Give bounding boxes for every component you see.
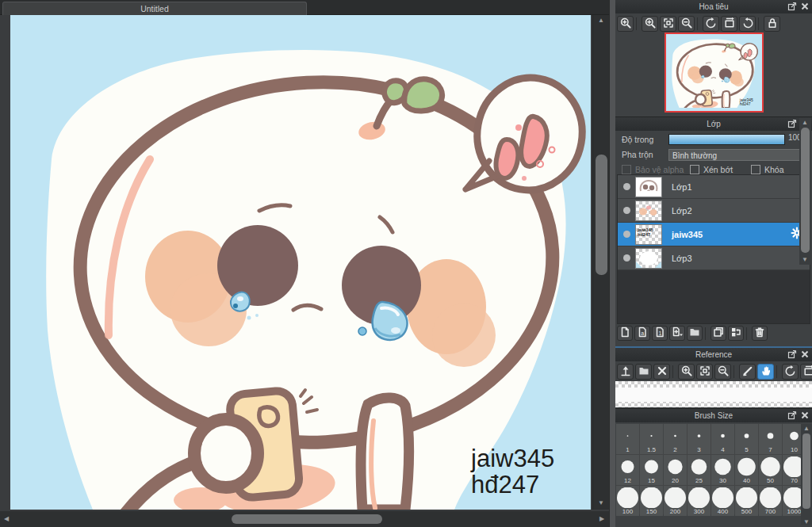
brush-size-cell[interactable]: 30 (711, 455, 734, 485)
layer-convert-button[interactable]: 1 (652, 326, 668, 341)
popout-icon[interactable] (787, 2, 797, 11)
layer-scroll-thumb[interactable] (801, 128, 810, 253)
brush-size-cell[interactable]: 1.5 (640, 424, 663, 454)
close-icon[interactable] (800, 2, 810, 11)
rotate-left-button[interactable] (782, 364, 799, 380)
open-folder-button[interactable] (635, 364, 652, 380)
layer-visibility-dot[interactable] (623, 231, 630, 238)
brush-size-cell[interactable]: 50 (759, 455, 782, 485)
layer-row-Lớp3[interactable]: Lớp3 (618, 246, 810, 270)
layer-delete-button[interactable] (752, 326, 768, 341)
zoom-out-button[interactable] (678, 16, 695, 32)
blend-label: Pha trộn (622, 150, 653, 159)
brush-size-cell[interactable]: 300 (688, 486, 710, 516)
rotate-reset-icon (802, 365, 812, 380)
navigator-panel-title[interactable]: Hoa tiêu (615, 0, 812, 13)
navigator-preview[interactable] (665, 32, 764, 113)
lock-button[interactable] (764, 16, 780, 32)
canvas-vertical-scrollbar[interactable]: ▲ ▼ (592, 15, 610, 510)
scroll-left-arrow-icon[interactable]: ◀ (1, 514, 12, 524)
layer-copy-button[interactable]: a (634, 326, 650, 341)
brush-size-cell[interactable]: 3 (688, 424, 710, 454)
layers-panel-title[interactable]: Lớp (615, 117, 812, 131)
checkbox-xén-bớt[interactable]: Xén bớt (690, 165, 751, 174)
canvas-viewport[interactable]: jaiw345 hđ247 (10, 15, 591, 510)
zoom-out-button[interactable] (714, 364, 731, 380)
brush-size-cell[interactable]: 100 (616, 486, 639, 516)
close-icon[interactable] (800, 411, 810, 420)
close-icon[interactable] (800, 349, 810, 359)
brush-scroll-thumb[interactable] (802, 433, 810, 509)
brush-size-cell[interactable]: 700 (759, 486, 782, 516)
layer-material-button[interactable] (728, 326, 744, 341)
zoom-fit-button[interactable] (660, 16, 676, 32)
checkbox-box[interactable] (690, 165, 699, 174)
brush-size-cell[interactable]: 20 (664, 455, 687, 485)
brush-size-cell[interactable]: 1 (616, 424, 639, 454)
zoom-in-button[interactable] (642, 16, 658, 32)
zoom-fit-button[interactable] (696, 364, 713, 380)
zoom-in-button[interactable] (678, 364, 695, 380)
scroll-down-arrow-icon[interactable]: ▼ (801, 517, 812, 527)
checkbox-box[interactable] (751, 165, 760, 174)
brush-size-cell[interactable]: 2 (664, 424, 687, 454)
brush-size-cell[interactable]: 12 (616, 455, 639, 485)
folder-new-icon (688, 326, 701, 341)
layer-add-button[interactable] (669, 326, 685, 341)
scroll-up-arrow-icon[interactable]: ▲ (799, 118, 810, 128)
reference-panel-title[interactable]: Reference (615, 348, 812, 361)
folder-new-button[interactable] (687, 326, 703, 341)
opacity-slider[interactable] (668, 134, 785, 145)
layer-row-Lớp1[interactable]: Lớp1 (618, 175, 810, 199)
hand-button[interactable] (757, 364, 774, 380)
scroll-down-arrow-icon[interactable]: ▼ (799, 255, 810, 265)
brush-size-cell[interactable]: 150 (640, 486, 663, 516)
brush-size-cell[interactable]: 5 (735, 424, 758, 454)
canvas-horizontal-scrollbar[interactable]: ◀ ▶ (0, 511, 609, 527)
layer-visibility-dot[interactable] (623, 254, 630, 262)
layer-visibility-dot[interactable] (623, 183, 630, 190)
brush-size-cell[interactable]: 400 (711, 486, 734, 516)
scroll-down-arrow-icon[interactable]: ▼ (596, 498, 607, 508)
rotate-reset-button[interactable] (721, 16, 737, 32)
import-button[interactable] (617, 364, 634, 380)
scroll-right-arrow-icon[interactable]: ▶ (596, 514, 607, 524)
brush-size-panel-title[interactable]: Brush Size (615, 409, 812, 422)
brush-size-label: 50 (759, 477, 782, 484)
scroll-up-arrow-icon[interactable]: ▲ (801, 424, 812, 433)
brush-size-cell[interactable]: 200 (664, 486, 687, 516)
layer-duplicate-button[interactable] (710, 326, 726, 341)
reference-image-area[interactable] (615, 381, 812, 407)
layer-new-button[interactable] (617, 326, 633, 341)
rotate-left-button[interactable] (703, 16, 719, 32)
layer-row-jaiw345[interactable]: jaiw345hd247jaiw345 (618, 223, 810, 246)
brush-size-cell[interactable]: 500 (735, 486, 758, 516)
toolbar-separator (746, 327, 749, 340)
scroll-up-arrow-icon[interactable]: ▲ (596, 16, 607, 25)
brush-size-cell[interactable]: 25 (688, 455, 710, 485)
popout-icon[interactable] (787, 349, 797, 359)
popout-icon[interactable] (787, 411, 797, 420)
rotate-reset-button[interactable] (800, 364, 812, 380)
checkbox-khóa[interactable]: Khóa (751, 165, 806, 174)
brush-size-cell[interactable]: 7 (759, 424, 782, 454)
clear-button[interactable] (653, 364, 670, 380)
brush-size-cell[interactable]: 40 (735, 455, 758, 485)
brush-grid-scrollbar[interactable]: ▲ ▼ (801, 424, 812, 525)
brush-dot-icon (760, 426, 781, 446)
layer-list-scrollbar[interactable]: ▲ ▼ (799, 118, 811, 265)
picker-button[interactable] (739, 364, 756, 380)
horizontal-scroll-thumb[interactable] (232, 514, 382, 524)
document-tab[interactable]: Untitled (2, 2, 307, 15)
blend-mode-value: Bình thường (672, 151, 717, 160)
zoom-tool-button[interactable] (617, 16, 634, 32)
popout-icon[interactable] (787, 119, 797, 128)
layer-row-Lớp2[interactable]: Lớp2 (618, 199, 810, 223)
rotate-right-button[interactable] (739, 16, 756, 32)
brush-size-cell[interactable]: 15 (640, 455, 663, 485)
layer-visibility-dot[interactable] (623, 207, 630, 214)
blend-mode-select[interactable]: Bình thường ▼ (668, 149, 808, 161)
vertical-scroll-thumb[interactable] (596, 155, 607, 275)
rotate-right-icon (741, 17, 754, 32)
brush-size-cell[interactable]: 4 (711, 424, 734, 454)
